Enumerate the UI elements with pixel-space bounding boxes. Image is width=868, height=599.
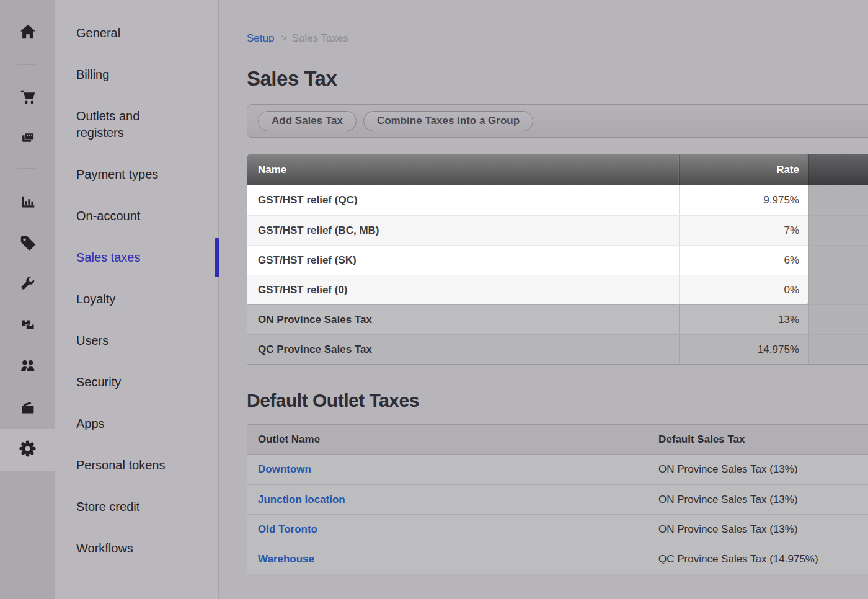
breadcrumb-current: Sales Taxes [291, 32, 348, 44]
sidebar-item-label: Sales taxes [76, 251, 140, 264]
table-row: GST/HST relief (QC) 9.975% [247, 185, 868, 215]
reports-chart-icon[interactable] [0, 192, 55, 213]
tax-rate: 9.975% [679, 185, 808, 215]
cash-drawer-icon[interactable] [0, 397, 55, 419]
sidebar-item-apps[interactable]: Apps [55, 403, 218, 445]
sidebar-item-personal-tokens[interactable]: Personal tokens [55, 445, 218, 486]
table-row: Old Toronto ON Province Sales Tax (13%) [247, 514, 868, 544]
rail-divider [17, 64, 35, 65]
tax-rate: 13% [679, 305, 808, 334]
column-header-name: Name [247, 164, 679, 176]
tax-name: GST/HST relief (SK) [247, 254, 679, 267]
sell-cart-icon[interactable] [0, 87, 55, 108]
page-title: Sales Tax [247, 67, 868, 91]
tax-name: ON Province Sales Tax [247, 314, 679, 326]
add-sales-tax-button[interactable]: Add Sales Tax [258, 111, 356, 131]
tax-name: GST/HST relief (0) [247, 284, 679, 296]
action-toolbar: Add Sales Tax Combine Taxes into a Group [247, 104, 868, 138]
sidebar-item-workflows[interactable]: Workflows [55, 528, 218, 569]
table-row: QC Province Sales Tax 14.975% [247, 334, 868, 364]
sidebar-item-users[interactable]: Users [55, 320, 218, 362]
tax-actions-cell [808, 305, 868, 334]
rail-divider [17, 168, 35, 169]
tax-actions-cell [808, 335, 868, 364]
sidebar-item-label: Loyalty [76, 292, 115, 306]
tax-name: GST/HST relief (QC) [247, 194, 679, 206]
outlet-link-downtown[interactable]: Downtown [258, 463, 311, 475]
outlet-default-tax: QC Province Sales Tax (14.975%) [649, 544, 868, 574]
outlet-default-tax: ON Province Sales Tax (13%) [649, 485, 868, 514]
sidebar-item-label: Users [76, 334, 108, 347]
tax-rate: 0% [679, 275, 808, 304]
sidebar-item-label: Billing [76, 68, 109, 81]
table-row: GST/HST relief (0) 0% [247, 275, 868, 304]
breadcrumb: Setup>Sales Taxes [247, 32, 868, 45]
icon-rail [0, 0, 55, 599]
combine-taxes-button[interactable]: Combine Taxes into a Group [363, 111, 533, 131]
tax-rate: 14.975% [679, 335, 808, 364]
breadcrumb-setup-link[interactable]: Setup [247, 32, 274, 44]
tax-actions-cell [808, 216, 868, 245]
sidebar-item-general[interactable]: General [55, 12, 218, 54]
setup-wrench-icon[interactable] [0, 273, 55, 295]
breadcrumb-separator: > [281, 32, 287, 44]
sales-tax-table-header: Name Rate [247, 154, 868, 185]
home-icon[interactable] [0, 22, 55, 43]
sidebar-item-label: Security [76, 375, 121, 389]
sidebar-item-on-account[interactable]: On-account [55, 195, 218, 237]
sidebar-item-security[interactable]: Security [55, 362, 218, 403]
sidebar-item-billing[interactable]: Billing [55, 54, 218, 95]
outlet-table-header: Outlet Name Default Sales Tax [247, 425, 868, 455]
sidebar-item-label: Store credit [76, 500, 140, 513]
table-row: ON Province Sales Tax 13% [247, 304, 868, 334]
tax-actions-cell [808, 185, 868, 215]
tax-actions-cell [808, 246, 868, 275]
sidebar-item-outlets-registers[interactable]: Outlets and registers [55, 95, 218, 154]
outlet-link-old-toronto[interactable]: Old Toronto [258, 523, 317, 535]
tax-rate: 7% [679, 216, 808, 245]
table-row: GST/HST relief (BC, MB) 7% [247, 215, 868, 245]
main-content: Setup>Sales Taxes Sales Tax Add Sales Ta… [219, 0, 868, 599]
sidebar-item-label: General [76, 26, 120, 40]
sidebar-item-label: Workflows [76, 541, 133, 555]
price-tag-icon[interactable] [0, 233, 55, 254]
outlet-taxes-table: Outlet Name Default Sales Tax Downtown O… [247, 424, 868, 574]
column-header-outlet-name: Outlet Name [247, 433, 649, 446]
outlet-link-warehouse[interactable]: Warehouse [258, 553, 314, 565]
settings-gear-icon[interactable] [0, 438, 55, 459]
settings-nav: General Billing Outlets and registers Pa… [55, 0, 218, 569]
outlet-default-tax: ON Province Sales Tax (13%) [649, 455, 868, 484]
active-item-indicator [215, 238, 219, 277]
users-icon[interactable] [0, 355, 55, 376]
tax-rate: 6% [679, 246, 808, 275]
default-outlet-taxes-title: Default Outlet Taxes [247, 389, 868, 412]
table-row: Warehouse QC Province Sales Tax (14.975%… [247, 544, 868, 574]
table-row: Downtown ON Province Sales Tax (13%) [247, 455, 868, 484]
tax-actions-cell [808, 275, 868, 304]
table-row: GST/HST relief (SK) 6% [247, 245, 868, 275]
tax-name: GST/HST relief (BC, MB) [247, 224, 679, 237]
sidebar-item-payment-types[interactable]: Payment types [55, 154, 218, 195]
products-boxes-icon[interactable] [0, 315, 55, 336]
sidebar-item-label: Apps [76, 417, 105, 430]
table-row: Junction location ON Province Sales Tax … [247, 484, 868, 514]
column-header-actions [808, 154, 868, 185]
column-header-rate: Rate [679, 154, 808, 185]
sidebar-item-label: Personal tokens [76, 458, 165, 472]
registers-icon[interactable] [0, 128, 55, 149]
sidebar-item-loyalty[interactable]: Loyalty [55, 278, 218, 320]
sidebar-item-sales-taxes[interactable]: Sales taxes [55, 237, 218, 278]
outlet-link-junction-location[interactable]: Junction location [258, 494, 345, 505]
sales-tax-table: Name Rate GST/HST relief (QC) 9.975% GST… [247, 154, 868, 365]
sidebar-item-label: Payment types [76, 167, 158, 181]
sidebar-item-label: On-account [76, 209, 140, 223]
tax-name: QC Province Sales Tax [247, 344, 679, 356]
column-header-default-sales-tax: Default Sales Tax [649, 425, 868, 454]
sidebar-item-label: Outlets and registers [76, 109, 140, 140]
settings-sidebar: General Billing Outlets and registers Pa… [55, 0, 219, 599]
sidebar-item-store-credit[interactable]: Store credit [55, 486, 218, 528]
outlet-default-tax: ON Province Sales Tax (13%) [649, 515, 868, 544]
